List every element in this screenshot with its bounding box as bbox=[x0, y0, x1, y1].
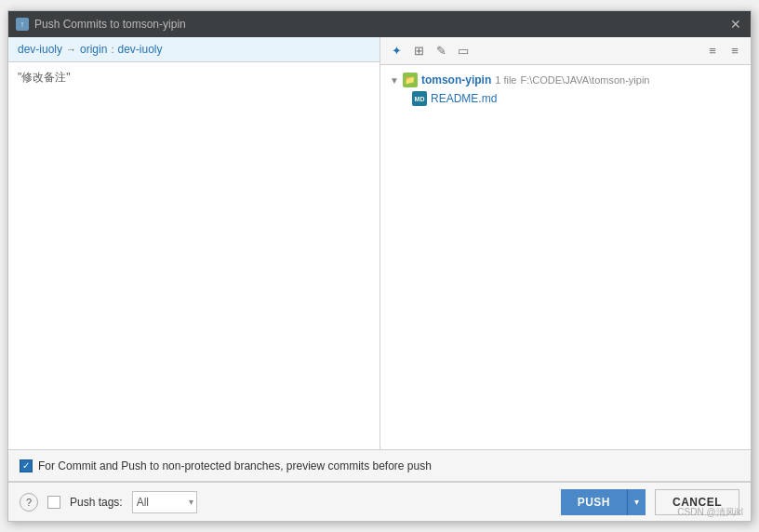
dialog-title: Push Commits to tomson-yipin bbox=[34, 18, 186, 31]
checkbox-wrapper: ✓ For Commit and Push to non-protected b… bbox=[20, 459, 432, 472]
branch-to-prefix[interactable]: origin bbox=[80, 43, 107, 56]
edit-btn[interactable]: ✎ bbox=[431, 41, 451, 61]
file-tree: ▼ 📁 tomson-yipin 1 file F:\CODE\JAVA\tom… bbox=[380, 65, 751, 449]
tree-caret[interactable]: ▼ bbox=[390, 75, 399, 86]
close-button[interactable]: ✕ bbox=[728, 17, 743, 32]
push-tags-label: Push tags: bbox=[70, 496, 123, 509]
tags-select[interactable]: All None bbox=[132, 491, 197, 513]
file-count: 1 file bbox=[495, 74, 516, 86]
right-toolbar: ✦ ⊞ ✎ ▭ ≡ ≡ bbox=[380, 37, 751, 65]
grid-view-btn[interactable]: ⊞ bbox=[408, 41, 429, 61]
file-name[interactable]: README.md bbox=[431, 92, 497, 105]
branch-header: dev-iuoly → origin : dev-iuoly bbox=[8, 37, 380, 62]
toolbar-left: ✦ ⊞ ✎ ▭ bbox=[386, 41, 473, 61]
repo-icon: 📁 bbox=[403, 73, 418, 87]
checkbox-check-icon: ✓ bbox=[22, 460, 30, 471]
commit-list: "修改备注" bbox=[8, 62, 380, 449]
repo-name: tomson-yipin bbox=[421, 73, 491, 86]
push-button[interactable]: PUSH bbox=[561, 489, 627, 515]
left-panel: dev-iuoly → origin : dev-iuoly "修改备注" bbox=[8, 37, 380, 449]
help-button[interactable]: ? bbox=[20, 493, 38, 512]
help-label: ? bbox=[26, 497, 32, 508]
file-btn[interactable]: ▭ bbox=[453, 41, 473, 61]
dialog-icon: ↑ bbox=[16, 18, 29, 31]
push-commits-dialog: ↑ Push Commits to tomson-yipin ✕ dev-iuo… bbox=[7, 10, 752, 522]
right-panel: ✦ ⊞ ✎ ▭ ≡ ≡ ▼ 📁 tomson-yipin 1 file F:\C… bbox=[380, 37, 751, 449]
watermark: CSDN @清风ikl bbox=[677, 506, 743, 519]
tags-select-wrapper: All None ▾ bbox=[132, 491, 197, 513]
file-path: F:\CODE\JAVA\tomson-yipin bbox=[520, 74, 649, 86]
sort-btn-2[interactable]: ≡ bbox=[725, 41, 745, 61]
push-tags-checkbox[interactable] bbox=[47, 496, 60, 509]
branch-to[interactable]: dev-iuoly bbox=[117, 43, 162, 56]
preview-checkbox[interactable]: ✓ bbox=[20, 459, 33, 472]
options-label: For Commit and Push to non-protected bra… bbox=[38, 459, 432, 472]
expand-icon-btn[interactable]: ✦ bbox=[386, 41, 406, 61]
tree-file-row: MD README.md bbox=[386, 89, 745, 108]
push-dropdown-button[interactable]: ▾ bbox=[627, 489, 646, 515]
main-content: dev-iuoly → origin : dev-iuoly "修改备注" ✦ … bbox=[8, 37, 751, 450]
toolbar-right: ≡ ≡ bbox=[702, 41, 745, 61]
title-bar: ↑ Push Commits to tomson-yipin ✕ bbox=[8, 11, 751, 37]
sort-btn-1[interactable]: ≡ bbox=[702, 41, 723, 61]
options-bar: ✓ For Commit and Push to non-protected b… bbox=[8, 450, 751, 482]
branch-colon: : bbox=[111, 44, 113, 55]
push-dropdown-icon: ▾ bbox=[634, 497, 639, 507]
file-type-icon: MD bbox=[412, 91, 427, 106]
branch-arrow: → bbox=[66, 44, 76, 55]
push-btn-group: PUSH ▾ bbox=[561, 489, 646, 515]
branch-from[interactable]: dev-iuoly bbox=[18, 43, 62, 56]
title-bar-left: ↑ Push Commits to tomson-yipin bbox=[16, 18, 186, 31]
tree-repo-row: ▼ 📁 tomson-yipin 1 file F:\CODE\JAVA\tom… bbox=[386, 71, 745, 89]
commit-item: "修改备注" bbox=[18, 68, 370, 87]
footer-bar: ? Push tags: All None ▾ PUSH ▾ CANCEL bbox=[8, 482, 751, 521]
